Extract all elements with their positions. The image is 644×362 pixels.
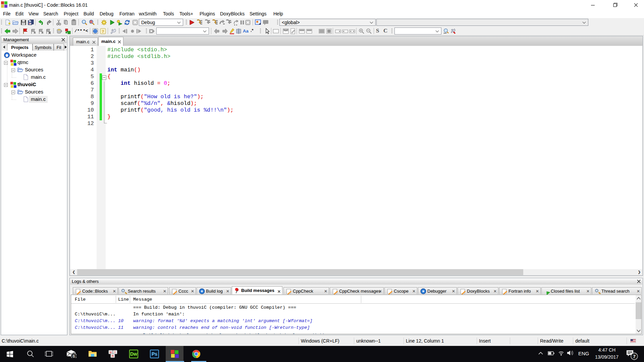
svg-text:6: 6 bbox=[73, 354, 75, 358]
svg-text:i: i bbox=[115, 350, 116, 354]
svg-text:7: 7 bbox=[633, 354, 635, 359]
svg-text:n: n bbox=[112, 354, 114, 358]
svg-text:u: u bbox=[110, 350, 112, 354]
